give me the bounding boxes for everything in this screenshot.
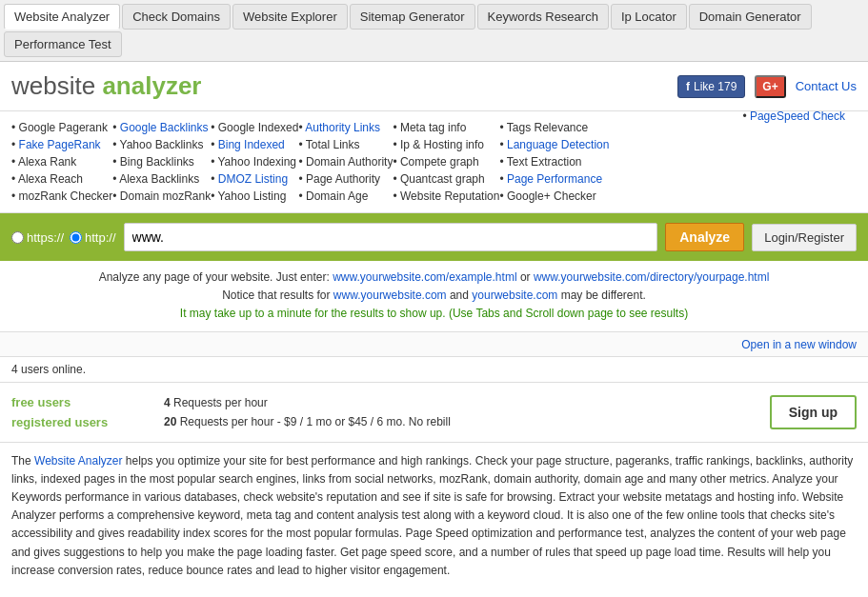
notice-line2: Notice that results for www.yourwebsite.… bbox=[11, 287, 857, 305]
tab-performance-test[interactable]: Performance Test bbox=[4, 31, 122, 57]
list-item: Authority Links bbox=[298, 119, 393, 136]
fake-pagerank-link[interactable]: Fake PageRank bbox=[19, 138, 101, 151]
meta-tag-info-link[interactable]: Meta tag info bbox=[400, 121, 466, 134]
text-extraction-link[interactable]: Text Extraction bbox=[507, 155, 582, 169]
notice-link-2[interactable]: www.yourwebsite.com/directory/yourpage.h… bbox=[534, 270, 769, 284]
notice-line3: It may take up to a minute for the resul… bbox=[11, 305, 857, 323]
total-links-link[interactable]: Total Links bbox=[306, 138, 360, 151]
yahoo-indexing-link[interactable]: Yahoo Indexing bbox=[218, 155, 297, 169]
google-pagerank-link[interactable]: Google Pagerank bbox=[19, 121, 108, 134]
links-col-3: Google Indexed Bing Indexed Yahoo Indexi… bbox=[211, 119, 298, 205]
signup-button[interactable]: Sign up bbox=[770, 395, 857, 429]
list-item: DMOZ Listing bbox=[211, 170, 298, 188]
http-label: http:// bbox=[85, 230, 116, 245]
http-radio-label[interactable]: http:// bbox=[70, 230, 116, 245]
description-intro: The bbox=[11, 454, 34, 468]
list-item: Page Authority bbox=[298, 170, 393, 188]
https-radio[interactable] bbox=[11, 231, 24, 244]
protocol-radio-group: https:// http:// bbox=[11, 230, 116, 245]
notice-link-4[interactable]: yourwebsite.com bbox=[472, 289, 557, 302]
list-item: Fake PageRank bbox=[11, 136, 112, 153]
tab-sitemap-generator[interactable]: Sitemap Generator bbox=[350, 4, 475, 30]
facebook-like-button[interactable]: f Like 179 bbox=[677, 75, 745, 98]
list-item: mozRank Checker bbox=[11, 188, 112, 205]
open-new-window-link[interactable]: Open in a new window bbox=[741, 338, 857, 351]
google-indexed-link[interactable]: Google Indexed bbox=[218, 121, 299, 134]
right-links: Keyword Analyzer Meta Tag Analyzer Reada… bbox=[742, 111, 857, 125]
pagespeed-check-link[interactable]: PageSpeed Check bbox=[750, 111, 845, 123]
ip-hosting-info-link[interactable]: Ip & Hosting info bbox=[400, 138, 484, 151]
http-radio[interactable] bbox=[70, 231, 82, 244]
login-register-button[interactable]: Login/Register bbox=[752, 224, 857, 251]
top-navigation: Website Analyzer Check Domains Website E… bbox=[0, 0, 868, 62]
url-input[interactable] bbox=[124, 223, 658, 251]
page-authority-link[interactable]: Page Authority bbox=[306, 172, 380, 186]
tab-ip-locator[interactable]: Ip Locator bbox=[611, 4, 687, 30]
list-item: Text Extraction bbox=[499, 153, 609, 170]
tags-relevance-link[interactable]: Tags Relevance bbox=[507, 121, 588, 134]
notice-text-1: Analyze any page of your website. Just e… bbox=[99, 270, 333, 284]
tab-keywords-research[interactable]: Keywords Research bbox=[477, 4, 609, 30]
registered-users-detail: 20 Requests per hour - $9 / 1 mo or $45 … bbox=[164, 412, 770, 431]
logo: website analyzer bbox=[11, 71, 201, 101]
domain-age-link[interactable]: Domain Age bbox=[306, 189, 368, 203]
free-users-label: free users bbox=[11, 392, 164, 412]
tab-website-analyzer[interactable]: Website Analyzer bbox=[4, 4, 120, 30]
yahoo-listing-link[interactable]: Yahoo Listing bbox=[218, 189, 287, 203]
authority-links-link[interactable]: Authority Links bbox=[305, 121, 380, 134]
list-item: Google Indexed bbox=[211, 119, 298, 136]
google-plus-checker-link[interactable]: Google+ Checker bbox=[507, 189, 596, 203]
https-radio-label[interactable]: https:// bbox=[11, 230, 64, 245]
domain-mozrank-link[interactable]: Domain mozRank bbox=[120, 189, 211, 203]
list-item: Quantcast graph bbox=[393, 170, 499, 188]
links-col-1: Google Pagerank Fake PageRank Alexa Rank… bbox=[11, 119, 112, 205]
links-section: Keyword Analyzer Meta Tag Analyzer Reada… bbox=[0, 111, 868, 213]
gplus-button[interactable]: G+ bbox=[755, 75, 785, 98]
page-performance-link[interactable]: Page Performance bbox=[507, 172, 602, 186]
https-label: https:// bbox=[27, 230, 64, 245]
users-online: 4 users online. bbox=[0, 357, 868, 383]
open-window-bar: Open in a new window bbox=[0, 332, 868, 357]
google-backlinks-link[interactable]: Google Backlinks bbox=[120, 121, 209, 134]
alexa-backlinks-link[interactable]: Alexa Backlinks bbox=[119, 172, 199, 186]
list-item: Yahoo Backlinks bbox=[112, 136, 211, 153]
alexa-rank-link[interactable]: Alexa Rank bbox=[18, 155, 76, 169]
compete-graph-link[interactable]: Compete graph bbox=[400, 155, 479, 169]
header: website analyzer f Like 179 G+ Contact U… bbox=[0, 62, 868, 111]
list-item: Google Backlinks bbox=[112, 119, 211, 136]
list-item: PageSpeed Check bbox=[742, 111, 845, 125]
bing-backlinks-link[interactable]: Bing Backlinks bbox=[120, 155, 194, 169]
list-item: Bing Indexed bbox=[211, 136, 298, 153]
quantcast-graph-link[interactable]: Quantcast graph bbox=[400, 172, 485, 186]
list-item: Yahoo Listing bbox=[211, 188, 298, 205]
logo-plain: website bbox=[11, 71, 102, 100]
website-analyzer-link[interactable]: Website Analyzer bbox=[34, 454, 123, 468]
dmoz-listing-link[interactable]: DMOZ Listing bbox=[218, 172, 288, 186]
bing-indexed-link[interactable]: Bing Indexed bbox=[218, 138, 285, 151]
list-item: Alexa Rank bbox=[11, 153, 112, 170]
notice-link-3[interactable]: www.yourwebsite.com bbox=[333, 289, 447, 302]
notice-link-1[interactable]: www.yourwebsite.com/example.html bbox=[333, 270, 516, 284]
mozrank-checker-link[interactable]: mozRank Checker bbox=[19, 189, 113, 203]
contact-link[interactable]: Contact Us bbox=[796, 79, 857, 93]
free-users-detail: 4 Requests per hour bbox=[164, 393, 770, 412]
facebook-icon: f bbox=[686, 80, 690, 93]
list-item: Bing Backlinks bbox=[112, 153, 211, 170]
list-item: Alexa Reach bbox=[11, 170, 112, 188]
description-text: helps you optimize your site for best pe… bbox=[11, 454, 853, 577]
tab-check-domains[interactable]: Check Domains bbox=[122, 4, 231, 30]
links-col-5: Meta tag info Ip & Hosting info Compete … bbox=[393, 119, 499, 205]
yahoo-backlinks-link[interactable]: Yahoo Backlinks bbox=[120, 138, 204, 151]
list-item: Domain mozRank bbox=[112, 188, 211, 205]
tab-domain-generator[interactable]: Domain Generator bbox=[689, 4, 812, 30]
list-item: Compete graph bbox=[393, 153, 499, 170]
list-item: Website Reputation bbox=[393, 188, 499, 205]
description-section: The Website Analyzer helps you optimize … bbox=[0, 443, 868, 589]
alexa-reach-link[interactable]: Alexa Reach bbox=[18, 172, 83, 186]
domain-authority-link[interactable]: Domain Authority bbox=[306, 155, 393, 169]
list-item: Google Pagerank bbox=[11, 119, 112, 136]
website-reputation-link[interactable]: Website Reputation bbox=[400, 189, 500, 203]
analyze-button[interactable]: Analyze bbox=[665, 223, 744, 251]
language-detection-link[interactable]: Language Detection bbox=[507, 138, 609, 151]
tab-website-explorer[interactable]: Website Explorer bbox=[232, 4, 348, 30]
